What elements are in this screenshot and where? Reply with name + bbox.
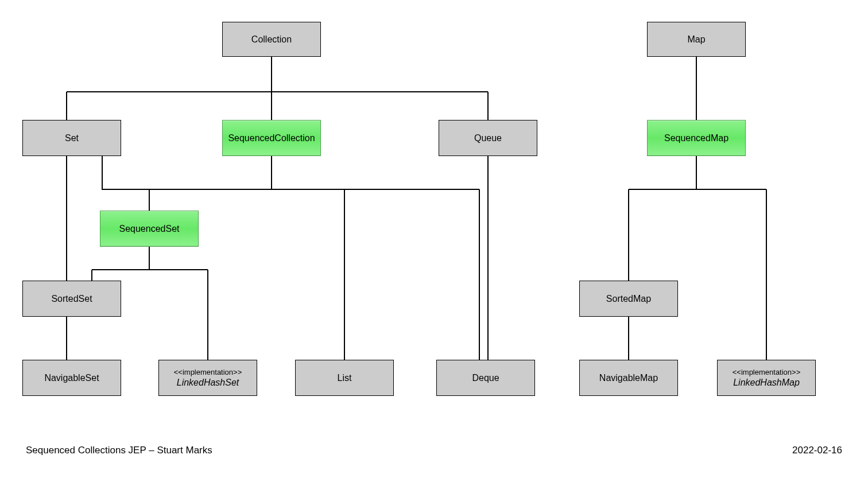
node-sequenced-map: SequencedMap: [647, 120, 746, 156]
node-deque: Deque: [436, 360, 535, 396]
node-sorted-map: SortedMap: [579, 281, 678, 317]
node-queue: Queue: [439, 120, 537, 156]
node-map: Map: [647, 22, 746, 57]
stereotype-label: <<implementation>>: [733, 368, 801, 377]
stereotype-label: <<implementation>>: [174, 368, 242, 377]
node-list: List: [295, 360, 394, 396]
node-navigable-set: NavigableSet: [22, 360, 121, 396]
node-sequenced-set: SequencedSet: [100, 211, 199, 247]
footer-title: Sequenced Collections JEP – Stuart Marks: [26, 445, 212, 456]
footer-date: 2022-02-16: [792, 445, 842, 456]
node-set: Set: [22, 120, 121, 156]
implementation-name: LinkedHashSet: [177, 377, 239, 388]
node-navigable-map: NavigableMap: [579, 360, 678, 396]
node-linked-hash-set: <<implementation>> LinkedHashSet: [158, 360, 257, 396]
node-linked-hash-map: <<implementation>> LinkedHashMap: [717, 360, 816, 396]
node-sorted-set: SortedSet: [22, 281, 121, 317]
node-sequenced-collection: SequencedCollection: [222, 120, 321, 156]
node-collection: Collection: [222, 22, 321, 57]
implementation-name: LinkedHashMap: [733, 377, 800, 388]
